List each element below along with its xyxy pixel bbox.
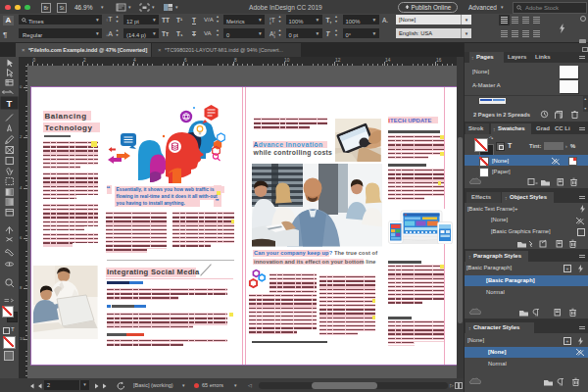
svg-text:T: T [7,98,13,109]
